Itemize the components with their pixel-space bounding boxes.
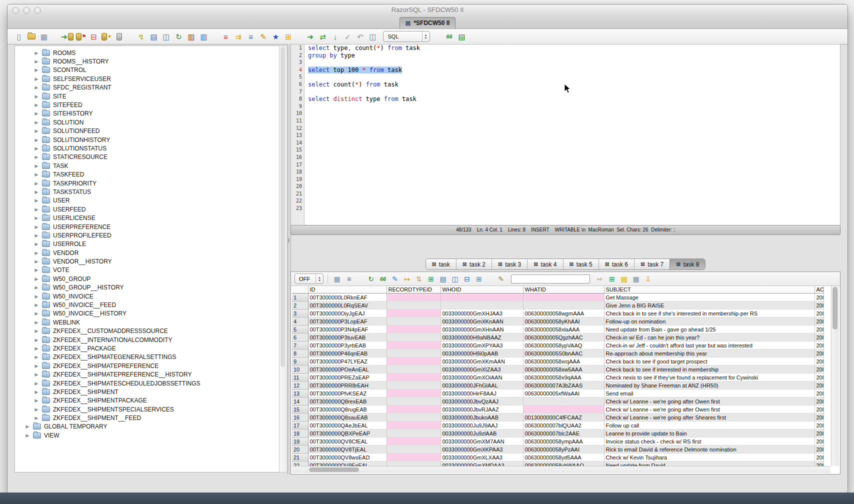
row-number-cell[interactable]: 8 — [292, 350, 308, 358]
cell-whatid[interactable] — [523, 302, 604, 310]
cell-id[interactable]: 00T3000000QAeJbEAL — [308, 422, 386, 430]
table-row[interactable]: 2000T3000000QV8TjEAL0033000000GmXKPAA300… — [292, 446, 824, 454]
cell-ac[interactable]: 200 — [814, 438, 824, 446]
tree-item-sitehistory[interactable]: ▶SITEHISTORY — [15, 110, 279, 118]
cell-whoid[interactable]: 0033000000GmXLXAA3 — [440, 454, 523, 462]
cell-subject[interactable]: Check w/ Leanne - we're going after Shea… — [604, 414, 814, 422]
pen-icon[interactable]: ✎ — [496, 274, 506, 284]
cell-ac[interactable]: 200 — [814, 334, 824, 342]
expand-triangle-icon[interactable]: ▶ — [34, 138, 39, 142]
cell-id[interactable]: 00T3000000L0RqSEAV — [308, 302, 386, 310]
table-row[interactable]: 1400T3000000Q8rexEAB0033000000JbvQzAAJCh… — [292, 398, 824, 406]
cell-ac[interactable]: 200 — [814, 342, 824, 350]
tab-close-icon[interactable]: ⊠ — [462, 261, 467, 268]
cell-recordtypeid[interactable] — [386, 294, 440, 302]
cell-id[interactable]: 00T3000000L0RknEAF — [308, 294, 386, 302]
expand-triangle-icon[interactable]: ▶ — [34, 390, 39, 394]
cell-subject[interactable]: Rick to email David & reference Delmonte… — [604, 446, 814, 454]
expand-triangle-icon[interactable]: ▶ — [34, 216, 39, 220]
column-header-id[interactable]: ID — [308, 286, 386, 294]
cell-whoid[interactable] — [440, 302, 523, 310]
page-view-icon[interactable]: ◫ — [450, 274, 460, 284]
glasses-icon[interactable]: 66 — [444, 31, 455, 42]
cell-whatid[interactable]: 006300000058xw5AAA — [523, 366, 604, 374]
table-row[interactable]: 600T3000000P3tuvEAB0033000000H9aNBAAZ006… — [292, 334, 824, 342]
row-number-cell[interactable]: 12 — [292, 382, 308, 390]
expand-triangle-icon[interactable]: ▶ — [34, 85, 39, 90]
cell-whoid[interactable]: 0033000000JFhGlAAL — [440, 382, 523, 390]
tree-item-w50-group[interactable]: ▶W50_GROUP — [15, 274, 279, 283]
tree-item-user[interactable]: ▶USER — [15, 196, 279, 205]
cell-whatid[interactable]: 006300000058yKhAAI — [523, 318, 604, 326]
table-export-icon[interactable]: ⊞ — [283, 31, 294, 42]
preferences-icon[interactable]: ≡ — [344, 274, 354, 284]
expand-triangle-icon[interactable]: ▶ — [34, 407, 39, 412]
cell-whoid[interactable]: 0033000000GmXKnAAN — [440, 318, 523, 326]
cell-whoid[interactable]: 0033000000JbukoAAB — [440, 414, 523, 422]
row-number-cell[interactable]: 18 — [292, 430, 308, 438]
new-file-icon[interactable]: ▯ — [14, 31, 24, 42]
cell-id[interactable]: 00T3000000Q8rexEAB — [308, 398, 386, 406]
expand-triangle-icon[interactable]: ▶ — [34, 416, 39, 420]
commit-check-icon[interactable]: ✓ — [342, 31, 354, 42]
tree-item-zkfedex-package[interactable]: ▶ZKFEDEX__PACKAGE — [15, 344, 279, 352]
tree-item-solution[interactable]: ▶SOLUTION — [15, 118, 279, 126]
tree-item-zkfedex-shipmentpackage[interactable]: ▶ZKFEDEX__SHIPMENTPACKAGE — [15, 396, 279, 405]
cell-recordtypeid[interactable] — [386, 358, 440, 366]
table-row[interactable]: 100T3000000L0RknEAFGet Massage200 — [292, 294, 824, 302]
table-row[interactable]: 2200T3000000QV9FaEAL0033000000GmXMDAA300… — [292, 462, 824, 466]
result-tab-task-5[interactable]: ⊠task 5 — [563, 259, 598, 270]
export-table-icon[interactable]: ⊞ — [607, 274, 617, 284]
tree-item-selfserviceuser[interactable]: ▶SELFSERVICEUSER — [15, 74, 279, 83]
tree-item-staticresource[interactable]: ▶STATICRESOURCE — [15, 153, 279, 162]
expand-triangle-icon[interactable]: ▶ — [25, 424, 30, 429]
row-number-cell[interactable]: 1 — [292, 294, 308, 302]
cell-subject[interactable]: Check w/ Leanne - we're going after Owen… — [604, 398, 814, 406]
tab-close-icon[interactable]: ⊠ — [432, 261, 436, 268]
connect-database-icon[interactable]: ➔ — [60, 31, 74, 42]
table-row[interactable]: 1300T3000000PfvKSEAZ0033000000HirF8AAJ00… — [292, 390, 824, 398]
tab-close-icon[interactable]: ⊠ — [498, 261, 502, 268]
expand-triangle-icon[interactable]: ▶ — [34, 364, 39, 368]
cell-whoid[interactable]: 0033000000H9aNBAAZ — [440, 334, 523, 342]
cell-whatid[interactable]: 00630000005QgzhAAC — [523, 334, 604, 342]
cell-whatid[interactable]: 00630000005S0bnAAC — [523, 350, 604, 358]
cell-recordtypeid[interactable] — [386, 414, 440, 422]
list-red-icon[interactable]: ≡ — [220, 31, 232, 42]
tab-close-icon[interactable]: ⊠ — [676, 261, 680, 268]
cell-subject[interactable]: Follow-up on nomination — [604, 318, 814, 326]
database-new-icon[interactable]: ★ — [101, 31, 112, 42]
expand-triangle-icon[interactable]: ▶ — [34, 164, 39, 168]
cell-id[interactable]: 00T3000000QBXPeEAP — [308, 430, 386, 438]
tree-item-zkfedex-shipment[interactable]: ▶ZKFEDEX__SHIPMENT — [15, 388, 279, 396]
vertical-scrollbar-thumb[interactable] — [832, 287, 838, 330]
insert-row-icon[interactable]: ↦ — [402, 274, 412, 284]
form-view-icon[interactable]: ▤ — [438, 274, 448, 284]
expand-triangle-icon[interactable]: ▶ — [34, 120, 39, 125]
save-results-icon[interactable]: ▦ — [332, 274, 342, 284]
table-row[interactable]: 700T3000000P3yrbEAB0033000000GmXPYAA3006… — [292, 342, 824, 350]
database-icon[interactable] — [114, 31, 125, 42]
cell-whatid[interactable] — [523, 294, 604, 302]
cell-whoid[interactable] — [440, 294, 523, 302]
expand-triangle-icon[interactable]: ▶ — [25, 433, 30, 438]
row-number-cell[interactable]: 20 — [292, 446, 308, 454]
cell-whoid[interactable]: 0033000000GmXOiAAN — [440, 374, 523, 382]
cell-recordtypeid[interactable] — [386, 406, 440, 414]
table-row[interactable]: 300T3000000OiyJgEAJ0033000000GmXHJAA3006… — [292, 310, 824, 318]
rollback-icon[interactable]: ↶ — [355, 31, 366, 42]
tree-item-userfeed[interactable]: ▶USERFEED — [15, 205, 279, 214]
cell-id[interactable]: 00T3000000PREZaEAP — [308, 374, 386, 382]
cell-subject[interactable]: Check w/ Kevin Tsujihara — [604, 454, 814, 462]
align-lines-icon[interactable]: ≡ — [246, 31, 256, 42]
cell-recordtypeid[interactable] — [386, 326, 440, 334]
splitter-knob[interactable] — [288, 238, 290, 242]
copy-red-icon[interactable]: ⊟ — [88, 31, 100, 42]
column-header-recordtypeid[interactable]: RECORDTYPEID — [386, 286, 440, 294]
result-tab-task[interactable]: ⊠task — [426, 259, 456, 270]
tree-item-scontrol[interactable]: ▶SCONTROL — [15, 66, 279, 74]
expand-triangle-icon[interactable]: ▶ — [34, 276, 39, 282]
cell-whoid[interactable]: 0033000000GmXIZAA3 — [440, 366, 523, 374]
cell-id[interactable]: 00T3000000P3N4pEAF — [308, 326, 386, 334]
expand-triangle-icon[interactable]: ▶ — [34, 102, 39, 108]
